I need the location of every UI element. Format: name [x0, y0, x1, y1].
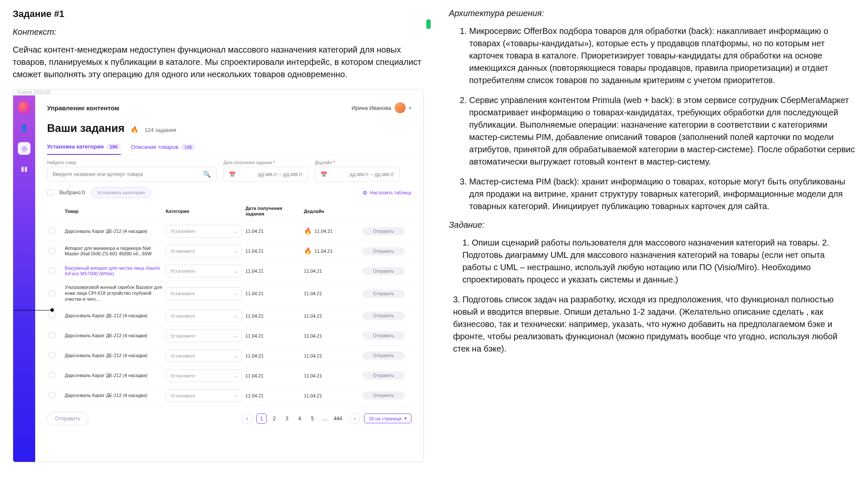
tab-descriptions[interactable]: Описание товаров196 [131, 141, 195, 155]
table-row: Дарсонваль Карат ДЕ-212 (4 насадки)Устан… [47, 366, 412, 386]
chevron-down-icon: ⌄ [234, 291, 237, 296]
category-select[interactable]: Установите⌄ [166, 265, 242, 277]
row-checkbox[interactable] [49, 332, 55, 338]
search-label: Найдите товар [47, 160, 217, 165]
pagination: ‹ 12345…444 › 10 на странице ▾ [242, 414, 412, 424]
send-button[interactable]: Отправить [362, 247, 405, 255]
row-checkbox[interactable] [49, 352, 55, 358]
assignment-label: Задание: [449, 220, 855, 230]
user-menu[interactable]: Ирина Иванова ▾ [351, 102, 412, 113]
category-placeholder: Установите [170, 393, 195, 398]
page-button[interactable]: 3 [282, 414, 292, 424]
table-settings-label: Настроить таблицу [370, 190, 412, 195]
send-button[interactable]: Отправить [362, 227, 405, 235]
table-row: Аппарат для маникюра и педикюра Nail Mas… [47, 241, 412, 261]
gear-icon: ⚙ [362, 190, 367, 196]
category-select[interactable]: Установите⌄ [166, 389, 242, 402]
send-button[interactable]: Отправить [362, 391, 405, 400]
page-button[interactable]: 4 [295, 414, 305, 424]
deadline-date: 11.04.21 [304, 393, 359, 398]
app-logo-icon[interactable] [18, 101, 31, 114]
product-name: Дарсонваль Карат ДЕ-212 (4 насадки) [65, 373, 162, 379]
chevron-down-icon: ⌄ [234, 333, 237, 338]
row-checkbox[interactable] [49, 248, 55, 254]
send-button[interactable]: Отправить [362, 332, 405, 340]
tab-label: Установка категории [47, 143, 104, 150]
chevron-down-icon: ⌄ [234, 249, 237, 254]
section-title: Управление контентом [47, 104, 119, 112]
row-checkbox[interactable] [49, 268, 55, 274]
row-checkbox[interactable] [49, 372, 55, 378]
users-icon[interactable]: 👤 [18, 122, 31, 134]
deadline-date: 11.04.21 [304, 313, 359, 319]
tab-set-category[interactable]: Установка категории196 [47, 141, 121, 155]
received-date: 11.04.21 [245, 333, 300, 338]
row-checkbox[interactable] [49, 312, 55, 319]
table-settings-button[interactable]: ⚙ Настроить таблицу [362, 190, 412, 196]
th-category: Категория [166, 209, 242, 214]
product-name: Дарсонваль Карат ДЕ-212 (4 насадки) [65, 313, 162, 319]
product-name: Дарсонваль Карат ДЕ-212 (4 насадки) [65, 333, 162, 339]
send-button[interactable]: Отправить [362, 372, 405, 380]
page-button[interactable]: 1 [256, 414, 267, 424]
pointer-line [13, 310, 51, 310]
search-input[interactable]: Введите название или артикул товара 🔍 [47, 167, 217, 182]
context-label: Контекст: [13, 27, 432, 37]
category-select[interactable]: Установите⌄ [166, 349, 242, 362]
table-row: Вакуумный аппарат для чистки лица Xiaomi… [47, 261, 412, 281]
row-checkbox[interactable] [49, 228, 55, 234]
tabs: Установка категории196Описание товаров19… [47, 141, 412, 155]
pagination-ellipsis: … [320, 414, 330, 424]
category-select[interactable]: Установите⌄ [166, 287, 242, 300]
row-checkbox[interactable] [49, 290, 55, 296]
send-button[interactable]: Отправить [362, 312, 405, 320]
send-button[interactable]: Отправить [362, 267, 405, 275]
deadline-label: Дедлайн * [315, 160, 400, 165]
avatar-icon [395, 102, 406, 113]
deadline-input[interactable]: 📅 дд.мм.гг – дд.мм.гг [315, 167, 400, 182]
tab-count-badge: 196 [181, 144, 195, 150]
context-text: Сейчас контент-менеджерам недоступен фун… [13, 44, 432, 81]
page-button[interactable]: 2 [269, 414, 279, 424]
product-name: Дарсонваль Карат ДЕ-212 (4 насадки) [65, 353, 162, 359]
fire-icon: 🔥 [304, 227, 312, 235]
category-select[interactable]: Установите⌄ [166, 245, 242, 257]
send-button[interactable]: Отправить [362, 290, 405, 298]
calendar-icon: 📅 [229, 171, 236, 178]
th-product: Товар [65, 209, 162, 214]
date-received-input[interactable]: 📅 дд.мм.гг – дд.мм.гг [223, 167, 308, 182]
category-select[interactable]: Установите⌄ [166, 330, 242, 342]
category-select[interactable]: Установите⌄ [166, 310, 242, 322]
table-row: Дарсонваль Карат ДЕ-212 (4 насадки)Устан… [47, 326, 412, 346]
table-row: Дарсонваль Карат ДЕ-212 (4 насадки)Устан… [47, 386, 412, 406]
row-checkbox[interactable] [49, 392, 55, 398]
product-name[interactable]: Вакуумный аппарат для чистки лица Xiaomi… [65, 265, 162, 277]
submit-button[interactable]: Отправить [47, 412, 89, 425]
assignment-text-2: 3. Подготовь список задач на разработку,… [453, 293, 855, 355]
architecture-item: Сервис управления контентом Primula (web… [469, 94, 855, 168]
category-select[interactable]: Установите⌄ [166, 369, 242, 382]
page-button[interactable]: 444 [333, 414, 343, 424]
category-select[interactable]: Установите⌄ [166, 225, 242, 238]
set-category-button[interactable]: Установить категорию [91, 187, 151, 198]
send-button[interactable]: Отправить [362, 352, 405, 360]
per-page-select[interactable]: 10 на странице ▾ [364, 414, 412, 423]
select-all-checkbox[interactable] [47, 190, 53, 196]
product-name: Ультразвуковой ионный скребок Baziator д… [65, 285, 162, 302]
text-cursor-indicator [426, 20, 431, 29]
prev-page-button[interactable]: ‹ [242, 414, 252, 424]
next-page-button[interactable]: › [350, 414, 360, 424]
pointer-dot [50, 308, 54, 312]
category-placeholder: Установите [170, 249, 195, 254]
chevron-down-icon: ⌄ [234, 229, 237, 234]
received-date: 11.04.21 [245, 268, 300, 274]
analytics-icon[interactable]: ▮▮ [18, 162, 31, 175]
category-placeholder: Установите [170, 333, 195, 338]
page-button[interactable]: 5 [307, 414, 317, 424]
deadline-date: 11.04.21 [304, 333, 359, 338]
table-row: Дарсонваль Карат ДЕ-212 (4 насадки)Устан… [47, 221, 412, 241]
received-date: 11.04.21 [245, 291, 300, 296]
chevron-down-icon: ▾ [404, 416, 407, 421]
tasks-icon[interactable]: ◎ [18, 142, 31, 155]
architecture-item: Микросервис OfferBox подбора товаров для… [469, 25, 855, 87]
